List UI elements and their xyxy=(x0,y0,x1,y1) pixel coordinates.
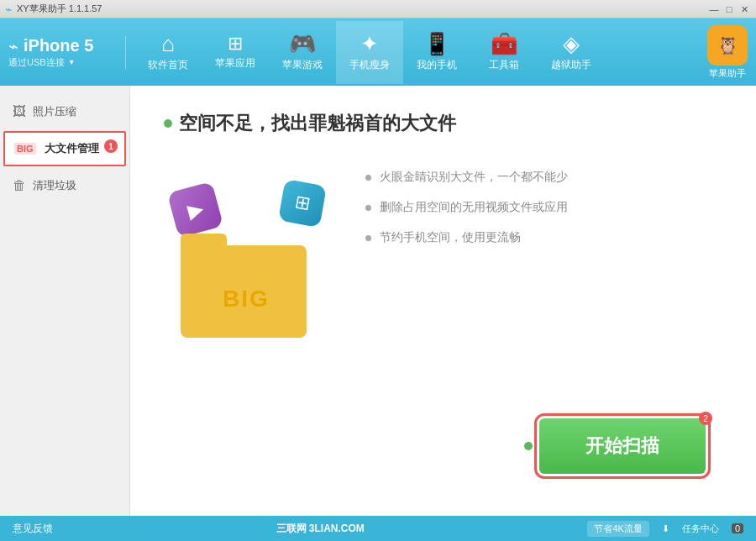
photo-compress-icon: 🖼 xyxy=(13,104,26,119)
folder-body: BIG xyxy=(181,245,307,338)
feature-item-3: 节约手机空间，使用更流畅 xyxy=(365,230,568,245)
conn-dropdown-icon[interactable]: ▼ xyxy=(68,58,76,66)
scan-badge: 2 xyxy=(699,412,712,425)
nav-myphone[interactable]: 📱 我的手机 xyxy=(403,21,470,84)
xy-badge[interactable]: 🦉 苹果助手 xyxy=(707,25,748,80)
device-name: iPhone 5 xyxy=(24,36,93,55)
nav-apps[interactable]: ⊞ 苹果应用 xyxy=(202,21,269,84)
connection-label: 通过USB连接 xyxy=(8,56,65,69)
title-dot xyxy=(164,119,172,128)
status-bar: 意见反馈 三联网 3LIAN.COM 节省4K流量 ⬇ 任务中心 0 xyxy=(0,516,756,541)
apps-icon: ⊞ xyxy=(228,34,243,53)
app-icon: ⌁ xyxy=(5,3,12,16)
task-count-badge: 0 xyxy=(732,523,743,533)
illustration: ▶ ⊞ BIG xyxy=(164,178,332,346)
jailbreak-icon: ◈ xyxy=(563,33,580,55)
big-prefix: BIG xyxy=(14,143,36,155)
content-title-text: 空间不足，找出罪魁祸首的大文件 xyxy=(179,111,456,136)
feature-text-2: 删除占用空间的无用视频文件或应用 xyxy=(380,200,568,215)
sidebar-item-clean-junk[interactable]: 🗑 清理垃圾 xyxy=(0,168,129,203)
nav-toolbox[interactable]: 🧰 工具箱 xyxy=(470,21,538,84)
scan-button[interactable]: 开始扫描 xyxy=(539,418,706,474)
content-body: ▶ ⊞ BIG 火眼金睛识别大文件，一个都不能少 xyxy=(164,161,722,346)
big-file-badge: 1 xyxy=(104,139,118,153)
jailbreak-label: 越狱助手 xyxy=(551,58,591,72)
purple-play-icon: ▶ xyxy=(185,197,206,223)
header: ⌁ iPhone 5 通过USB连接 ▼ ⌂ 软件首页 ⊞ 苹果应用 🎮 苹果游… xyxy=(0,18,756,86)
games-icon: 🎮 xyxy=(289,33,316,55)
minimize-button[interactable]: — xyxy=(707,3,721,16)
myphone-icon: 📱 xyxy=(423,33,450,55)
close-button[interactable]: ✕ xyxy=(738,3,751,16)
nav-jailbreak[interactable]: ◈ 越狱助手 xyxy=(538,21,605,84)
nav-home[interactable]: ⌂ 软件首页 xyxy=(134,21,202,84)
task-center-label[interactable]: 任务中心 xyxy=(682,523,719,535)
feature-dot-1 xyxy=(365,175,371,181)
photo-compress-label: 照片压缩 xyxy=(33,104,76,119)
scan-area: 开始扫描 2 xyxy=(524,418,706,474)
folder-big-label: BIG xyxy=(223,286,270,313)
content-title-row: 空间不足，找出罪魁祸首的大文件 xyxy=(164,111,456,136)
slim-label: 手机瘦身 xyxy=(349,58,390,72)
feature-dot-2 xyxy=(365,205,371,211)
feature-list: 火眼金睛识别大文件，一个都不能少 删除占用空间的无用视频文件或应用 节约手机空间… xyxy=(365,170,568,245)
clean-junk-label: 清理垃圾 xyxy=(33,178,76,193)
slim-icon: ✦ xyxy=(360,33,379,55)
sidebar-item-big-file[interactable]: BIG 大文件管理 1 xyxy=(3,131,126,166)
device-info: ⌁ iPhone 5 通过USB连接 ▼ xyxy=(8,36,126,69)
main-area: 🖼 照片压缩 BIG 大文件管理 1 🗑 清理垃圾 空间不足，找出罪魁祸首的大文… xyxy=(0,86,756,516)
title-bar: ⌁ XY苹果助手 1.1.1.57 — □ ✕ xyxy=(0,0,756,18)
maximize-button[interactable]: □ xyxy=(722,3,736,16)
float-purple-icon: ▶ xyxy=(167,181,223,238)
nav-slim[interactable]: ✦ 手机瘦身 xyxy=(336,21,403,84)
float-teal-icon: ⊞ xyxy=(278,179,327,228)
nav-games[interactable]: 🎮 苹果游戏 xyxy=(269,21,336,84)
feature-text-3: 节约手机空间，使用更流畅 xyxy=(380,230,521,245)
save-flow-label: 节省4K流量 xyxy=(587,521,648,537)
content-area: 空间不足，找出罪魁祸首的大文件 ▶ ⊞ BIG xyxy=(130,86,756,516)
xy-label: 苹果助手 xyxy=(709,67,746,80)
sidebar-item-photo-compress[interactable]: 🖼 照片压缩 xyxy=(0,94,129,129)
feedback-label[interactable]: 意见反馈 xyxy=(13,522,53,536)
feature-item-2: 删除占用空间的无用视频文件或应用 xyxy=(365,200,568,215)
status-center-label: 三联网 3LIAN.COM xyxy=(276,522,365,536)
clean-junk-icon: 🗑 xyxy=(13,178,26,193)
feature-item-1: 火眼金睛识别大文件，一个都不能少 xyxy=(365,170,568,185)
app-title: XY苹果助手 1.1.1.57 xyxy=(17,3,102,15)
big-file-label: 大文件管理 xyxy=(45,141,99,156)
toolbox-label: 工具箱 xyxy=(489,58,519,72)
header-right: 🦉 苹果助手 xyxy=(707,25,748,80)
myphone-label: 我的手机 xyxy=(417,58,457,72)
usb-icon: ⌁ xyxy=(8,36,18,56)
apps-label: 苹果应用 xyxy=(215,56,255,71)
feature-text-1: 火眼金睛识别大文件，一个都不能少 xyxy=(380,170,568,185)
home-icon: ⌂ xyxy=(161,33,175,55)
status-right: 节省4K流量 ⬇ 任务中心 0 xyxy=(587,521,743,537)
scan-dot xyxy=(524,442,533,450)
toolbox-icon: 🧰 xyxy=(491,33,517,55)
nav-items: ⌂ 软件首页 ⊞ 苹果应用 🎮 苹果游戏 ✦ 手机瘦身 📱 我的手机 🧰 工具箱… xyxy=(134,21,699,84)
home-label: 软件首页 xyxy=(148,58,188,72)
xy-owl-icon: 🦉 xyxy=(717,35,738,55)
download-icon: ⬇ xyxy=(662,523,669,534)
games-label: 苹果游戏 xyxy=(282,58,323,72)
sidebar: 🖼 照片压缩 BIG 大文件管理 1 🗑 清理垃圾 xyxy=(0,86,130,516)
teal-grid-icon: ⊞ xyxy=(293,192,312,216)
feature-dot-3 xyxy=(365,235,371,241)
